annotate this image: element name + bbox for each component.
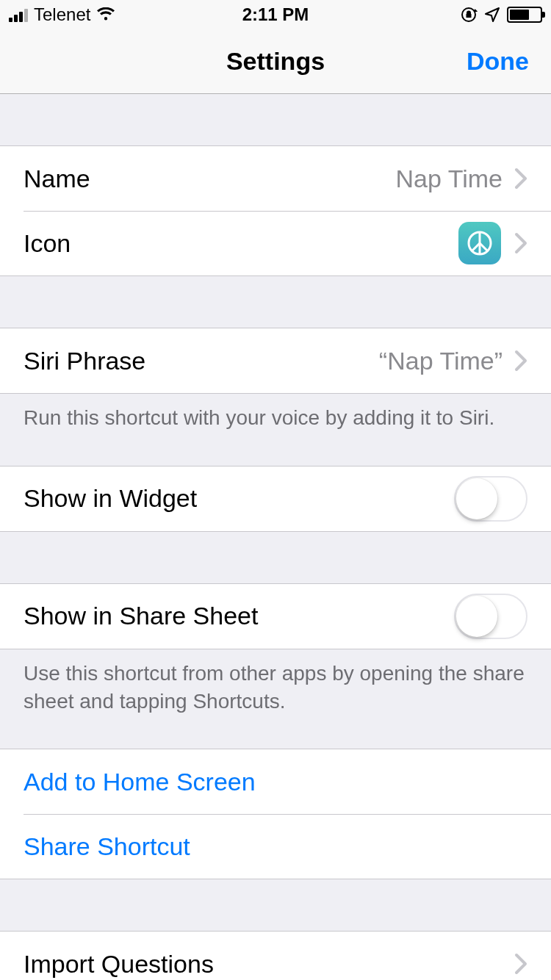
svg-line-4 bbox=[480, 243, 488, 251]
spacer bbox=[0, 715, 551, 749]
share-sheet-label: Show in Share Sheet bbox=[24, 602, 258, 630]
group-general: Name Nap Time Icon bbox=[0, 145, 551, 276]
battery-icon bbox=[507, 7, 542, 23]
widget-label: Show in Widget bbox=[24, 484, 197, 513]
chevron-icon bbox=[514, 953, 527, 975]
spacer bbox=[0, 276, 551, 328]
spacer bbox=[0, 94, 551, 145]
cell-show-in-share-sheet: Show in Share Sheet bbox=[0, 584, 551, 649]
group-siri: Siri Phrase “Nap Time” bbox=[0, 328, 551, 394]
spacer bbox=[0, 432, 551, 466]
location-icon bbox=[483, 6, 501, 24]
siri-footer: Run this shortcut with your voice by add… bbox=[0, 394, 551, 432]
cell-icon[interactable]: Icon bbox=[0, 211, 551, 275]
chevron-icon bbox=[514, 350, 527, 372]
carrier-label: Telenet bbox=[34, 4, 90, 25]
nav-bar: Settings Done bbox=[0, 29, 551, 94]
name-label: Name bbox=[24, 165, 90, 193]
cell-import-questions[interactable]: Import Questions bbox=[0, 932, 551, 980]
group-widget: Show in Widget bbox=[0, 466, 551, 532]
share-shortcut-label: Share Shortcut bbox=[24, 832, 190, 861]
share-sheet-footer: Use this shortcut from other apps by ope… bbox=[0, 649, 551, 716]
widget-switch[interactable] bbox=[454, 476, 527, 522]
share-sheet-switch[interactable] bbox=[454, 594, 527, 639]
chevron-icon bbox=[514, 232, 527, 254]
name-value: Nap Time bbox=[396, 165, 503, 193]
chevron-icon bbox=[514, 167, 527, 190]
rotation-lock-icon bbox=[460, 6, 478, 24]
svg-line-3 bbox=[472, 243, 480, 251]
signal-icon bbox=[9, 7, 28, 22]
page-title: Settings bbox=[226, 47, 325, 76]
wifi-icon bbox=[96, 7, 115, 22]
siri-value: “Nap Time” bbox=[379, 347, 503, 375]
cell-show-in-widget: Show in Widget bbox=[0, 466, 551, 531]
import-label: Import Questions bbox=[24, 950, 214, 979]
status-right bbox=[460, 6, 542, 24]
peace-icon bbox=[465, 228, 494, 258]
shortcut-icon-thumb bbox=[458, 222, 501, 264]
cell-share-shortcut[interactable]: Share Shortcut bbox=[0, 814, 551, 879]
siri-label: Siri Phrase bbox=[24, 347, 145, 375]
group-import: Import Questions bbox=[0, 931, 551, 980]
cell-name[interactable]: Name Nap Time bbox=[0, 146, 551, 211]
group-share-sheet: Show in Share Sheet bbox=[0, 583, 551, 649]
group-actions: Add to Home Screen Share Shortcut bbox=[0, 749, 551, 879]
add-home-label: Add to Home Screen bbox=[24, 768, 256, 796]
status-bar: Telenet 2:11 PM bbox=[0, 0, 551, 29]
done-button[interactable]: Done bbox=[467, 47, 529, 76]
status-left: Telenet bbox=[9, 4, 115, 25]
spacer bbox=[0, 879, 551, 931]
icon-label: Icon bbox=[24, 229, 71, 258]
spacer bbox=[0, 532, 551, 583]
cell-siri-phrase[interactable]: Siri Phrase “Nap Time” bbox=[0, 328, 551, 393]
cell-add-to-home-screen[interactable]: Add to Home Screen bbox=[0, 749, 551, 814]
